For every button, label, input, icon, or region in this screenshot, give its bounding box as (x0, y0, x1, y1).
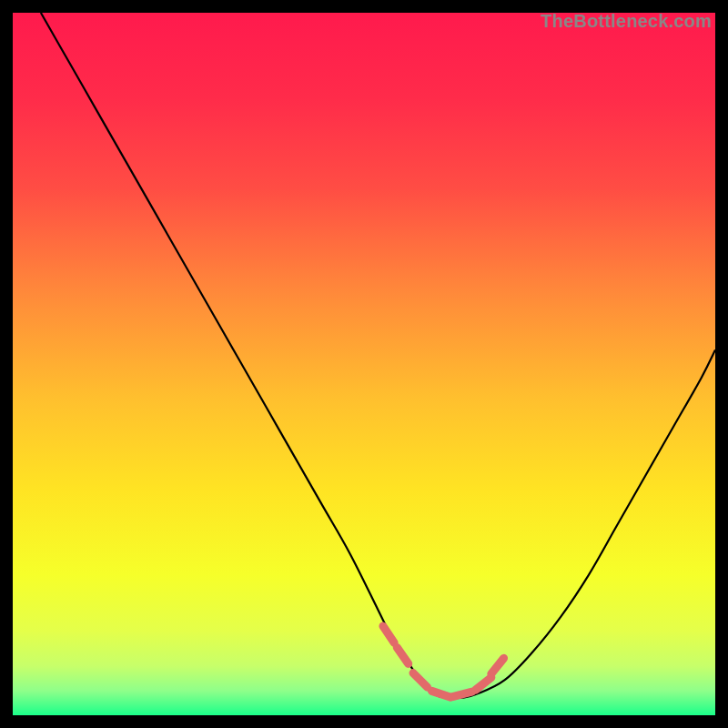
chart-frame: TheBottleneck.com (13, 13, 715, 715)
bottleneck-chart (13, 13, 715, 715)
sweet-spot-marker (452, 692, 471, 696)
watermark-text: TheBottleneck.com (541, 11, 712, 32)
gradient-background (13, 13, 715, 715)
